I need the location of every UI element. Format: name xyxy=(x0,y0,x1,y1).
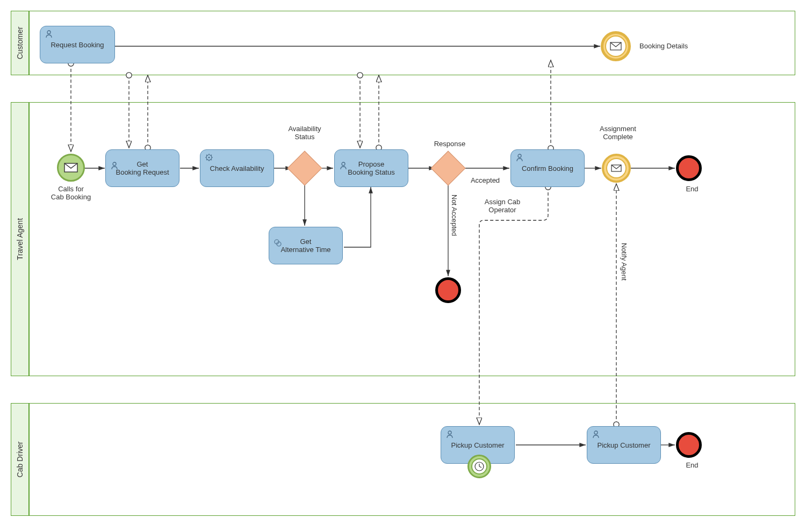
event-assignment-complete xyxy=(602,154,631,183)
label-end-agent: End xyxy=(681,185,703,193)
user-icon xyxy=(445,430,454,440)
task-label: Pickup Customer xyxy=(451,441,505,449)
gear-icon xyxy=(205,153,213,163)
end-event-not-accepted xyxy=(435,277,461,303)
user-icon xyxy=(110,153,119,171)
lane-title-customer: Customer xyxy=(16,27,24,60)
svg-line-32 xyxy=(211,160,212,161)
event-calls-for-cab xyxy=(57,154,85,182)
label-response: Response xyxy=(431,140,469,148)
svg-point-35 xyxy=(342,162,345,166)
task-label: Confirm Booking xyxy=(522,164,573,172)
label-calls-for-cab: Calls for Cab Booking xyxy=(44,185,98,201)
svg-line-34 xyxy=(211,155,212,156)
user-icon xyxy=(592,430,600,440)
task-label: Check Availability xyxy=(210,164,264,172)
lane-title-driver: Cab Driver xyxy=(16,442,24,478)
svg-point-40 xyxy=(448,431,451,434)
task-label: Propose Booking Status xyxy=(348,160,394,176)
lane-label-customer: Customer xyxy=(11,11,29,75)
user-icon xyxy=(339,153,348,171)
label-not-accepted: Not Accepted xyxy=(450,195,458,236)
label-assign-cab: Assign Cab Operator xyxy=(478,198,527,214)
svg-line-33 xyxy=(206,160,207,161)
svg-point-24 xyxy=(113,162,116,166)
task-confirm-booking: Confirm Booking xyxy=(510,149,585,187)
label-notify-agent: Notify Agent xyxy=(620,243,628,281)
svg-point-26 xyxy=(208,157,210,159)
clock-icon xyxy=(474,461,485,472)
task-check-availability: Check Availability xyxy=(200,149,274,187)
label-accepted: Accepted xyxy=(466,176,504,184)
end-event-agent xyxy=(676,155,702,181)
user-icon xyxy=(515,153,524,163)
label-assignment-complete: Assignment Complete xyxy=(591,125,645,141)
envelope-icon xyxy=(611,164,622,172)
svg-point-38 xyxy=(518,154,521,157)
lane-label-agent: Travel Agent xyxy=(11,102,29,376)
task-label: Get Booking Request xyxy=(116,160,169,176)
svg-line-31 xyxy=(206,155,207,156)
svg-line-43 xyxy=(479,466,481,468)
lane-label-driver: Cab Driver xyxy=(11,403,29,516)
task-request-booking: Request Booking xyxy=(40,26,115,63)
lane-title-agent: Travel Agent xyxy=(16,218,24,260)
envelope-icon xyxy=(64,163,78,172)
envelope-icon xyxy=(610,42,622,51)
svg-point-44 xyxy=(594,431,598,434)
task-get-alternative-time: Get Alternative Time xyxy=(269,227,343,264)
end-event-driver xyxy=(676,432,702,458)
label-booking-details: Booking Details xyxy=(639,42,704,50)
label-end-driver: End xyxy=(681,461,703,469)
lane-agent xyxy=(29,102,795,376)
task-get-booking-request: Get Booking Request xyxy=(105,149,179,187)
task-label: Request Booking xyxy=(51,41,104,49)
gear-icon xyxy=(274,231,282,249)
task-label: Pickup Customer xyxy=(598,441,651,449)
task-propose-booking-status: Propose Booking Status xyxy=(334,149,408,187)
svg-point-21 xyxy=(47,31,51,34)
event-timer xyxy=(467,455,491,478)
event-booking-details xyxy=(601,31,631,61)
task-pickup-customer-2: Pickup Customer xyxy=(587,426,661,464)
lane-driver xyxy=(29,403,795,516)
label-availability-status: Availability Status xyxy=(280,125,329,141)
task-label: Get Alternative Time xyxy=(280,238,330,254)
user-icon xyxy=(45,30,53,40)
